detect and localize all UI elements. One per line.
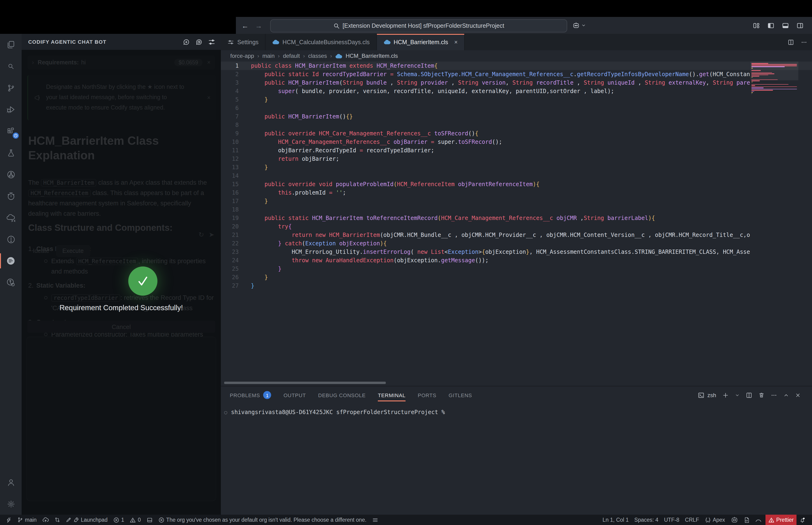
sf-cloud-icon <box>272 40 279 45</box>
activity-item-issues[interactable] <box>0 228 21 250</box>
status-label: CRLF <box>685 517 699 523</box>
new-terminal-icon[interactable] <box>722 392 729 398</box>
code-line-25: 25 } <box>221 265 812 273</box>
chat-history-icon[interactable] <box>196 38 202 45</box>
activity-item-testing[interactable] <box>0 142 21 164</box>
panel-tab-debug-console[interactable]: DEBUG CONSOLE <box>318 386 366 404</box>
terminal-prompt-line[interactable]: ○ shivangsrivasta8@US-D61Y425JKC sfPrope… <box>224 409 445 416</box>
status-notifications[interactable] <box>796 515 808 525</box>
status-prettier[interactable]: Prettier <box>765 515 796 525</box>
toggle-primary-sidebar-icon[interactable] <box>767 22 775 29</box>
status-encoding[interactable]: UTF-8 <box>661 515 682 525</box>
activity-item-account[interactable] <box>0 471 21 493</box>
code-line-6: 6 <box>221 104 812 112</box>
activity-item-source-control[interactable] <box>0 77 21 99</box>
line-number: 21 <box>221 231 239 239</box>
status-branch[interactable]: main <box>15 515 40 525</box>
terminal-session[interactable]: zsh <box>698 392 716 398</box>
breadcrumb-item[interactable]: default <box>283 52 300 59</box>
activity-item-search[interactable] <box>0 56 21 77</box>
status-language-mode[interactable]: Apex <box>702 515 727 525</box>
breadcrumb[interactable]: force-app›main›default›classes›HCM_Barri… <box>230 50 398 62</box>
activity-item-run-debug[interactable] <box>0 99 21 120</box>
terminal-profile-chevron-icon[interactable] <box>735 393 740 397</box>
issue-icon <box>6 235 15 244</box>
split-editor-icon[interactable] <box>787 39 794 45</box>
status-indentation[interactable]: Spaces: 4 <box>631 515 661 525</box>
panel-tab-problems[interactable]: PROBLEMS1 <box>230 386 271 404</box>
panel-tab-output[interactable]: OUTPUT <box>284 386 306 404</box>
status-eol[interactable]: CRLF <box>682 515 702 525</box>
filter-sliders-icon[interactable] <box>208 38 215 45</box>
breadcrumb-item[interactable]: classes <box>308 52 327 59</box>
status-spinner[interactable] <box>752 515 765 525</box>
status-launchpad[interactable]: Launchpad <box>63 515 110 525</box>
status-org-warning[interactable]: The org you've chosen as your default or… <box>155 515 369 525</box>
success-check-circle <box>128 267 157 296</box>
status-overflow-menu[interactable] <box>369 515 381 525</box>
toggle-panel-icon[interactable] <box>782 22 789 29</box>
warning-icon <box>768 517 775 523</box>
status-errors[interactable]: 1 <box>110 515 127 525</box>
status-copilot[interactable] <box>728 515 741 525</box>
brush-icon <box>66 517 72 523</box>
panel-tab-terminal[interactable]: TERMINAL <box>378 386 405 404</box>
activity-item-extensions[interactable] <box>0 120 21 142</box>
status-label: The org you've chosen as your default or… <box>166 517 366 523</box>
copilot-menu[interactable] <box>572 19 586 31</box>
nav-back-icon[interactable]: ← <box>242 21 249 29</box>
minimap-line <box>751 85 755 86</box>
status-warnings[interactable]: 0 <box>127 515 144 525</box>
code-line-17: 17 } <box>221 197 812 205</box>
nav-forward-icon[interactable]: → <box>255 21 262 29</box>
line-number: 1 <box>221 62 239 70</box>
activity-item-settings[interactable] <box>0 493 21 515</box>
status-label: UTF-8 <box>664 517 679 523</box>
cloud-upload-icon <box>42 517 49 523</box>
activity-item-timer[interactable] <box>0 185 21 207</box>
close-panel-icon[interactable] <box>795 392 801 398</box>
customize-layout-icon[interactable] <box>753 22 760 29</box>
activity-item-codify-chat[interactable] <box>0 250 21 272</box>
close-icon[interactable]: × <box>454 39 458 45</box>
status-remote[interactable] <box>3 515 15 525</box>
minimap-line <box>751 64 797 65</box>
breadcrumb-file[interactable]: HCM_BarrierItem.cls <box>346 52 398 59</box>
status-publish[interactable] <box>40 515 52 525</box>
panel-tab-gitlens[interactable]: GITLENS <box>448 386 472 404</box>
code-line-19: 19 public static HCM_BarrierItem toRefer… <box>221 214 812 222</box>
panel-tab-ports[interactable]: PORTS <box>418 386 436 404</box>
toggle-secondary-sidebar-icon[interactable] <box>796 22 803 29</box>
line-number: 27 <box>221 282 239 290</box>
horizontal-scrollbar[interactable] <box>224 381 386 384</box>
line-number: 8 <box>221 121 239 129</box>
line-content: return objBarrier; <box>251 155 750 163</box>
split-terminal-icon[interactable] <box>746 392 752 398</box>
activity-item-inspect[interactable] <box>0 272 21 293</box>
minimap-line <box>751 72 772 73</box>
code-editor[interactable]: 1public class HCM_BarrierItem extends HC… <box>221 62 812 386</box>
maximize-panel-icon[interactable] <box>783 392 789 398</box>
tab-settings[interactable]: Settings <box>221 34 265 50</box>
status-file-assoc[interactable] <box>741 515 752 525</box>
activity-item-commit-graph[interactable] <box>0 164 21 185</box>
tab-hcm-barrieritem-cls[interactable]: HCM_BarrierItem.cls× <box>377 34 465 50</box>
new-chat-icon[interactable] <box>183 38 190 45</box>
more-actions-icon[interactable] <box>801 39 807 45</box>
minimap[interactable] <box>750 62 798 386</box>
kill-terminal-icon[interactable] <box>759 392 765 398</box>
breadcrumb-item[interactable]: main <box>262 52 275 59</box>
status-panel-layout[interactable] <box>143 515 155 525</box>
tab-hcm-calculatebusinessdays-cls[interactable]: HCM_CalculateBusinessDays.cls <box>265 34 377 50</box>
editor-actions <box>787 34 807 50</box>
code-line-12: 12 return objBarrier; <box>221 155 812 163</box>
inspect-icon <box>6 278 16 287</box>
activity-item-org-browser[interactable] <box>0 207 21 228</box>
command-center-search[interactable]: [Extension Development Host] sfProperFol… <box>270 19 567 32</box>
status-cursor-position[interactable]: Ln 1, Col 1 <box>600 515 631 525</box>
success-message: Requirement Completed Successfully! <box>21 304 221 312</box>
activity-item-explorer[interactable] <box>0 34 21 56</box>
status-graph[interactable] <box>52 515 63 525</box>
more-actions-icon[interactable] <box>771 392 777 398</box>
breadcrumb-item[interactable]: force-app <box>230 52 254 59</box>
